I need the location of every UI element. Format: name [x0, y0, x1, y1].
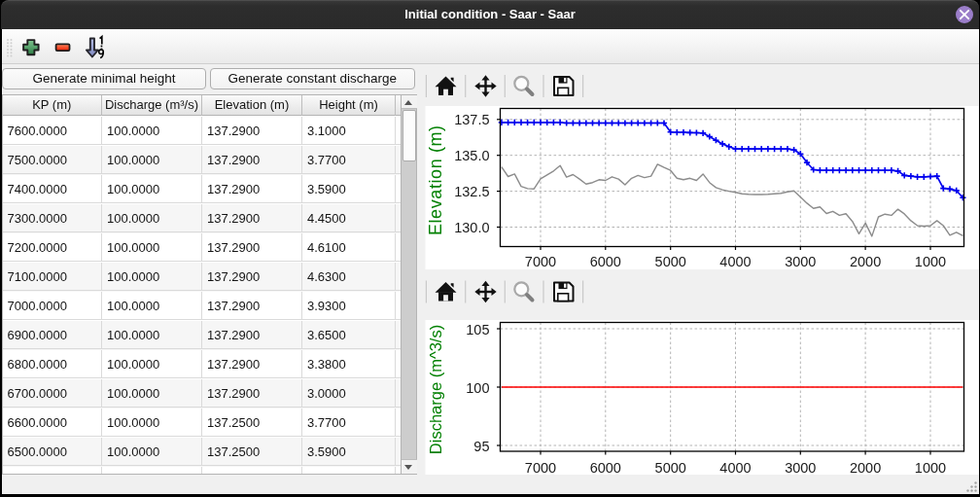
svg-text:4000: 4000 — [719, 460, 751, 476]
svg-text:1000: 1000 — [914, 460, 945, 476]
svg-text:7000: 7000 — [524, 254, 555, 269]
svg-text:2000: 2000 — [849, 254, 880, 269]
svg-text:1000: 1000 — [914, 254, 945, 269]
svg-text:130.0: 130.0 — [454, 220, 489, 235]
svg-text:3000: 3000 — [785, 254, 816, 269]
svg-text:137.5: 137.5 — [454, 112, 489, 127]
svg-text:5000: 5000 — [654, 254, 685, 269]
svg-text:Discharge (m^3/s): Discharge (m^3/s) — [427, 325, 444, 454]
svg-text:6000: 6000 — [589, 254, 620, 269]
svg-text:4000: 4000 — [719, 254, 751, 269]
svg-text:100: 100 — [466, 380, 489, 396]
svg-text:7000: 7000 — [524, 460, 555, 476]
svg-text:Elevation (m): Elevation (m) — [426, 124, 445, 235]
svg-text:2000: 2000 — [849, 460, 880, 476]
svg-text:6000: 6000 — [589, 460, 620, 476]
svg-text:135.0: 135.0 — [454, 148, 489, 163]
svg-text:5000: 5000 — [654, 460, 685, 476]
svg-text:132.5: 132.5 — [454, 184, 489, 199]
svg-text:95: 95 — [473, 439, 489, 454]
svg-text:3000: 3000 — [785, 460, 816, 476]
svg-text:105: 105 — [466, 322, 489, 337]
